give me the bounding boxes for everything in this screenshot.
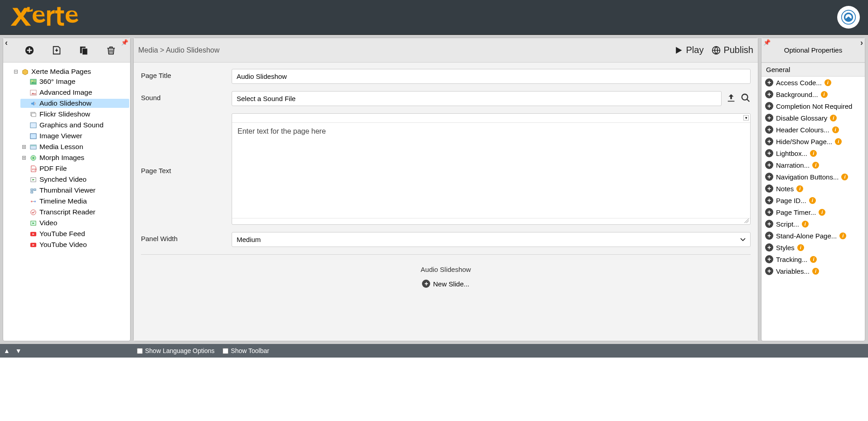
tree-item[interactable]: Video	[20, 218, 129, 227]
thumb-icon	[29, 187, 37, 194]
optional-panel: 📌 › Optional Properties General +Access …	[761, 38, 865, 341]
optional-property[interactable]: +Stylesi	[761, 242, 865, 253]
optional-property[interactable]: +Background...i	[761, 88, 865, 100]
optional-property[interactable]: +Hide/Show Page...i	[761, 135, 865, 147]
optional-property[interactable]: +Notesi	[761, 183, 865, 194]
pin-icon[interactable]: 📌	[121, 39, 128, 46]
info-icon[interactable]: i	[824, 79, 831, 86]
delete-icon[interactable]	[106, 45, 116, 56]
play-button[interactable]: Play	[674, 45, 703, 55]
import-icon[interactable]	[51, 45, 62, 56]
info-icon[interactable]: i	[809, 197, 816, 204]
info-icon[interactable]: i	[810, 256, 817, 263]
tree-item-label: 360° Image	[39, 77, 75, 86]
tree-panel: ‹ 📌 ⊟ Xerte Media Pages 360° ImageAdvanc…	[3, 38, 131, 341]
optional-property[interactable]: +Page Timer...i	[761, 206, 865, 218]
plus-icon: +	[765, 78, 773, 87]
expand-toggle-icon[interactable]: ⊞	[21, 155, 27, 161]
tree-item-label: YouTube Feed	[39, 230, 85, 238]
expand-toggle-icon[interactable]: ⊟	[13, 68, 19, 75]
tree-item[interactable]: PDFPDF File	[20, 164, 129, 173]
pin-icon[interactable]: 📌	[763, 39, 771, 46]
avatar[interactable]	[837, 6, 860, 29]
info-icon[interactable]: i	[810, 150, 817, 157]
info-icon[interactable]: i	[821, 91, 828, 98]
tree-item[interactable]: ⊞Media Lesson	[20, 142, 129, 151]
tree-item[interactable]: 360° Image	[20, 77, 129, 86]
info-icon[interactable]: i	[797, 244, 804, 251]
property-label: Notes	[776, 185, 794, 193]
expand-toggle-icon[interactable]: ⊞	[21, 144, 27, 150]
tree-item[interactable]: YouTube Video	[20, 240, 129, 249]
photos-icon	[29, 111, 37, 118]
tree-item[interactable]: Audio Slideshow	[20, 99, 129, 108]
optional-property[interactable]: +Access Code...i	[761, 77, 865, 88]
publish-button[interactable]: Publish	[712, 45, 753, 55]
optional-property[interactable]: +Narration...i	[761, 159, 865, 171]
plus-icon: +	[765, 114, 773, 122]
search-icon[interactable]	[741, 93, 751, 104]
optional-property[interactable]: +Variables...i	[761, 265, 865, 277]
info-icon[interactable]: i	[819, 209, 825, 216]
tree-item[interactable]: Thumbnail Viewer	[20, 186, 129, 195]
timeline-icon	[29, 198, 37, 205]
tree-item[interactable]: Advanced Image	[20, 88, 129, 97]
globe-icon	[712, 46, 721, 55]
tree-item[interactable]: Image Viewer	[20, 131, 129, 140]
tree-item[interactable]: Transcript Reader	[20, 208, 129, 217]
copy-icon[interactable]	[78, 45, 89, 56]
property-label: Tracking...	[776, 256, 807, 263]
optional-property[interactable]: +Page ID...i	[761, 194, 865, 206]
info-icon[interactable]: i	[839, 232, 846, 239]
play-icon	[674, 46, 683, 55]
info-icon[interactable]: i	[812, 268, 819, 275]
property-label: Page Timer...	[776, 208, 816, 216]
add-icon[interactable]	[24, 45, 35, 56]
new-slide-button[interactable]: + New Slide...	[422, 280, 469, 288]
box-icon	[21, 68, 29, 75]
show-language-checkbox[interactable]: Show Language Options	[137, 347, 214, 354]
optional-property[interactable]: +Disable Glossaryi	[761, 112, 865, 124]
tree-item[interactable]: Synched Video	[20, 175, 129, 184]
info-icon[interactable]: i	[830, 115, 837, 121]
info-icon[interactable]: i	[796, 185, 803, 192]
tree-item[interactable]: YouTube Feed	[20, 229, 129, 238]
info-icon[interactable]: i	[812, 162, 819, 169]
sound-input[interactable]	[232, 91, 722, 106]
show-toolbar-checkbox[interactable]: Show Toolbar	[223, 347, 269, 354]
svg-point-16	[32, 157, 34, 159]
tree-root-item[interactable]: ⊟ Xerte Media Pages	[12, 67, 129, 76]
tree-item[interactable]: Graphics and Sound	[20, 121, 129, 130]
optional-property[interactable]: +Header Colours...i	[761, 124, 865, 135]
gs-icon	[29, 121, 37, 129]
optional-property[interactable]: +Navigation Buttons...i	[761, 171, 865, 183]
optional-property[interactable]: +Stand-Alone Page...i	[761, 230, 865, 242]
page-title-input[interactable]	[232, 69, 751, 84]
optional-property[interactable]: +Completion Not Required	[761, 100, 865, 112]
rich-text-editor[interactable]: ▾ Enter text for the page here	[232, 113, 751, 225]
optional-property[interactable]: +Lightbox...i	[761, 147, 865, 159]
move-down-icon[interactable]: ▼	[15, 347, 22, 354]
collapse-left-icon[interactable]: ‹	[5, 38, 8, 48]
info-icon[interactable]: i	[835, 138, 842, 145]
info-icon[interactable]: i	[832, 126, 839, 133]
tree-item[interactable]: Flickr Slideshow	[20, 110, 129, 119]
optional-property[interactable]: +Tracking...i	[761, 253, 865, 265]
editor-body[interactable]: Enter text for the page here	[232, 123, 750, 218]
editor-dropdown-icon[interactable]: ▾	[743, 115, 749, 121]
info-icon[interactable]: i	[841, 174, 848, 180]
property-label: Access Code...	[776, 79, 822, 87]
page-tree[interactable]: ⊟ Xerte Media Pages 360° ImageAdvanced I…	[3, 63, 130, 341]
tree-item[interactable]: ⊞Morph Images	[20, 153, 129, 162]
optional-property[interactable]: +Script...i	[761, 218, 865, 230]
collapse-right-icon[interactable]: ›	[860, 38, 863, 48]
panel-width-select[interactable]: Medium	[232, 232, 751, 247]
image-icon	[29, 78, 37, 85]
info-icon[interactable]: i	[802, 221, 809, 227]
plus-icon: +	[765, 267, 773, 275]
resize-handle-icon[interactable]	[232, 218, 750, 224]
tree-root-label: Xerte Media Pages	[31, 68, 91, 76]
upload-icon[interactable]	[726, 93, 736, 104]
move-up-icon[interactable]: ▲	[4, 347, 10, 354]
tree-item[interactable]: Timeline Media	[20, 197, 129, 206]
